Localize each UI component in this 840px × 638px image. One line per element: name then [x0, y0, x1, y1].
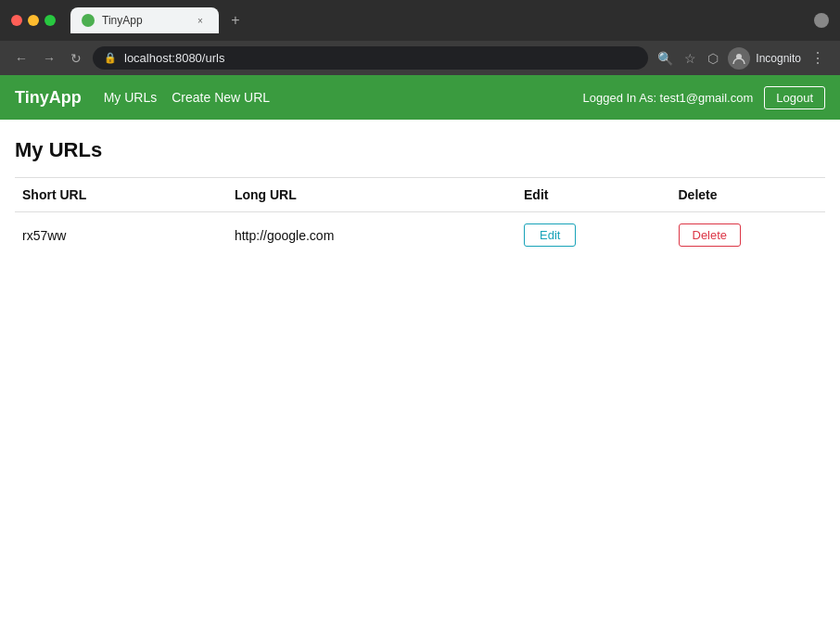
tab-title: TinyApp	[102, 14, 185, 27]
maximize-button[interactable]	[45, 15, 56, 26]
address-bar-row: ← → ↻ 🔒 localhost:8080/urls 🔍 ☆ ⬡ Incogn…	[0, 41, 840, 75]
tab-close-button[interactable]: ×	[193, 13, 208, 28]
incognito-label: Incognito	[756, 52, 801, 65]
page-title: My URLs	[15, 138, 825, 162]
logged-in-label: Logged In As: test1@gmail.com	[582, 91, 753, 105]
search-icon[interactable]: 🔍	[655, 49, 675, 68]
address-bar-actions: 🔍 ☆ ⬡	[655, 49, 720, 68]
bookmark-icon[interactable]: ☆	[682, 49, 698, 68]
tab-favicon	[82, 14, 95, 27]
app-navbar: TinyApp My URLs Create New URL Logged In…	[0, 75, 840, 120]
address-bar[interactable]: 🔒 localhost:8080/urls	[93, 46, 648, 70]
urls-table: Short URL Long URL Edit Delete rx57wwhtt…	[15, 177, 825, 258]
nav-right: Logged In As: test1@gmail.com Logout	[582, 86, 825, 109]
edit-button[interactable]: Edit	[524, 223, 576, 247]
incognito-area: Incognito ⋮	[728, 47, 829, 70]
minimize-button[interactable]	[28, 15, 39, 26]
nav-link-my-urls[interactable]: My URLs	[104, 90, 158, 105]
header-edit: Edit	[516, 178, 670, 212]
back-button[interactable]: ←	[11, 49, 32, 68]
extension-area	[814, 13, 829, 28]
table-header-row: Short URL Long URL Edit Delete	[15, 178, 825, 212]
close-button[interactable]	[11, 15, 22, 26]
nav-links: My URLs Create New URL	[104, 90, 583, 105]
extension-icon	[814, 13, 829, 28]
lock-icon: 🔒	[104, 52, 117, 64]
header-delete: Delete	[671, 178, 826, 212]
app-brand: TinyApp	[15, 88, 82, 108]
cell-long-url: http://google.com	[227, 212, 516, 259]
delete-button[interactable]: Delete	[679, 223, 742, 247]
logout-button[interactable]: Logout	[764, 86, 825, 109]
header-short-url: Short URL	[15, 178, 227, 212]
cell-short-url: rx57ww	[15, 212, 227, 259]
tab-bar: TinyApp × +	[70, 7, 807, 33]
nav-link-create-new-url[interactable]: Create New URL	[172, 90, 270, 105]
cell-delete: Delete	[671, 212, 826, 259]
reload-button[interactable]: ↻	[67, 49, 85, 68]
browser-menu-button[interactable]: ⋮	[807, 47, 829, 69]
header-long-url: Long URL	[227, 178, 516, 212]
browser-chrome: TinyApp × + ← → ↻ 🔒 localhost:8080/urls …	[0, 0, 840, 75]
browser-tab[interactable]: TinyApp ×	[70, 7, 219, 33]
forward-button[interactable]: →	[39, 49, 59, 68]
main-content: My URLs Short URL Long URL Edit Delete r…	[0, 120, 840, 276]
extensions-icon[interactable]: ⬡	[706, 49, 720, 68]
avatar	[728, 47, 750, 70]
cell-edit: Edit	[516, 212, 670, 259]
address-text: localhost:8080/urls	[124, 51, 637, 65]
table-row: rx57wwhttp://google.comEditDelete	[15, 212, 825, 259]
new-tab-button[interactable]: +	[223, 7, 248, 33]
title-bar: TinyApp × +	[0, 0, 840, 41]
window-controls	[11, 15, 56, 26]
